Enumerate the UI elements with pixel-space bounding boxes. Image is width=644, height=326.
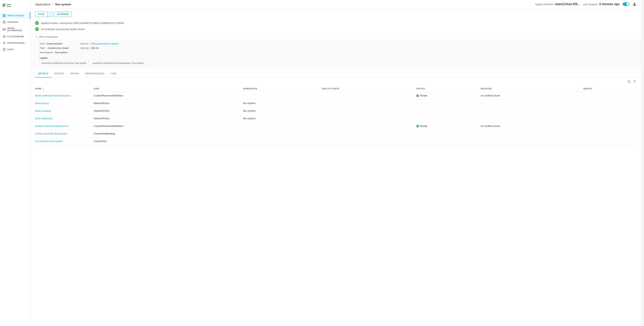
breadcrumb: Applications > flux-system <box>35 3 71 6</box>
sidebar-item-sources[interactable]: SOURCES <box>0 19 30 25</box>
status-row-2: All workloads are passing health checks <box>35 26 636 32</box>
row-kind: ClusterRoleBinding <box>92 130 242 138</box>
row-namespace: flux-system <box>242 115 320 122</box>
status-badge: Ready <box>416 94 478 97</box>
last-updated-value: 3 minutes ago <box>599 2 620 6</box>
row-images: - <box>582 100 636 107</box>
toggle-dots: ⋮ <box>642 162 644 164</box>
row-name-link[interactable]: allow-egress <box>35 102 49 105</box>
sidebar-item-notifications[interactable]: NOTIFICATIONS <box>0 40 30 46</box>
row-name-link[interactable]: crd-controller-flux-system <box>35 140 63 143</box>
search-icon[interactable] <box>627 80 631 83</box>
info-kind: Kind: Kustomization <box>40 42 69 45</box>
row-status: - <box>415 138 479 145</box>
row-kind: NetworkPolicy <box>92 115 242 122</box>
row-status: - <box>415 100 479 107</box>
more-info-toggle[interactable]: More Information <box>30 34 641 40</box>
row-message: no conflicts found <box>479 92 582 100</box>
logo-area: weave gitops <box>0 0 30 11</box>
svg-text:gitops: gitops <box>7 5 11 7</box>
svg-rect-7 <box>3 16 4 17</box>
tab-dependencies[interactable]: DEPENDENCIES <box>82 70 108 78</box>
row-health-check: - <box>320 92 415 100</box>
status-dot <box>416 94 419 97</box>
row-health-check: - <box>320 138 415 145</box>
info-col-right: Source: GitRepository/flux-system Interv… <box>80 42 119 54</box>
row-message: - <box>479 107 582 115</box>
tab-events[interactable]: EVENTS <box>52 70 67 78</box>
namespace-label: Namespace: <box>40 51 54 54</box>
sidebar-item-docs[interactable]: DOCS <box>0 46 30 53</box>
applied-revision: Applied Revision: main@sha1:f29... <box>535 2 580 6</box>
breadcrumb-separator: > <box>52 3 54 6</box>
tab-yaml[interactable]: YAML <box>108 70 120 78</box>
tab-details[interactable]: DETAILS <box>35 70 52 78</box>
row-namespace: - <box>242 130 320 138</box>
flux-icon <box>3 35 6 38</box>
sidebar-item-applications[interactable]: APPLICATIONS <box>0 12 30 19</box>
sidebar: weave gitops APPLICATIONS SOURCES <box>0 0 30 326</box>
toggle-track[interactable] <box>623 2 630 6</box>
row-images: - <box>582 122 636 130</box>
row-name-link[interactable]: allow-webhooks <box>35 117 53 120</box>
sync-button[interactable]: SYNC <box>35 11 48 17</box>
row-name-link[interactable]: cluster-reconciler-flux-system <box>35 132 67 135</box>
tab-graph[interactable]: GRAPH <box>67 70 82 78</box>
info-col-left: Kind: Kustomization Path: ./clusters/my-… <box>40 42 69 54</box>
svg-point-20 <box>634 3 635 4</box>
label-tag-1: kustomize.toolkit.fluxcd.io/namespace: f… <box>90 61 146 65</box>
info-grid: Kind: Kustomization Path: ./clusters/my-… <box>40 42 636 54</box>
row-name-link[interactable]: buckets.source.toolkit.fluxcd.io <box>35 125 68 128</box>
row-namespace: flux-system <box>242 100 320 107</box>
sidebar-item-flux-runtime[interactable]: FLUX RUNTIME <box>0 33 30 40</box>
th-namespace: NAMESPACE <box>242 86 320 92</box>
row-namespace: flux-system <box>242 107 320 115</box>
sidebar-item-label: SOURCES <box>7 21 18 23</box>
row-images: - <box>582 138 636 145</box>
th-images: IMAGES <box>582 86 636 92</box>
page-header: Applications > flux-system Applied Revis… <box>30 0 641 8</box>
row-status: Ready <box>415 92 479 100</box>
source-link[interactable]: GitRepository/flux-system <box>90 42 119 45</box>
th-kind: KIND <box>92 86 242 92</box>
row-health-check: - <box>320 122 415 130</box>
svg-rect-5 <box>3 14 4 15</box>
user-icon[interactable] <box>632 2 636 6</box>
breadcrumb-applications[interactable]: Applications <box>35 3 50 6</box>
interval-label: Interval: <box>80 47 89 49</box>
path-value: ./clusters/my-cluster <box>47 47 69 49</box>
row-status: - <box>415 130 479 138</box>
sidebar-item-image-automation[interactable]: IMAGE AUTOMATION <box>0 25 30 33</box>
row-kind: ClusterRole <box>92 138 242 145</box>
row-message: no conflicts found <box>479 122 582 130</box>
row-name-link[interactable]: alerts.notification.toolkit.fluxcd.io <box>35 94 70 97</box>
more-info-label: More Information <box>39 35 58 38</box>
row-namespace: - <box>242 122 320 130</box>
filter-icon[interactable] <box>633 80 636 83</box>
breadcrumb-current: flux-system <box>55 3 71 6</box>
row-message: - <box>479 100 582 107</box>
table-area: NAME KIND NAMESPACE HEALTH CHECK STATUS … <box>30 78 641 145</box>
toggle-switch[interactable] <box>623 2 630 6</box>
info-interval: Interval: 10m 0s <box>80 47 119 49</box>
sidebar-item-label: DOCS <box>7 48 14 51</box>
row-status: - <box>415 115 479 122</box>
row-namespace: - <box>242 92 320 100</box>
right-panel-toggle[interactable]: ⋮ <box>641 0 644 326</box>
row-name-link[interactable]: allow-scraping <box>35 109 51 112</box>
th-status: STATUS <box>415 86 479 92</box>
grid-icon <box>3 14 6 17</box>
labels-section: Labels kustomize.toolkit.fluxcd.io/name:… <box>40 56 636 65</box>
svg-point-15 <box>4 36 4 37</box>
info-source: Source: GitRepository/flux-system <box>80 42 119 45</box>
th-name[interactable]: NAME <box>35 86 92 92</box>
resources-table: NAME KIND NAMESPACE HEALTH CHECK STATUS … <box>35 86 636 145</box>
status-row-1: Applied revision: main@sha1:f29b11efe5f9… <box>35 20 636 26</box>
sidebar-item-label: NOTIFICATIONS <box>7 42 24 44</box>
suspend-button[interactable]: SUSPEND <box>54 11 72 17</box>
info-path: Path: ./clusters/my-cluster <box>40 47 69 49</box>
table-body: alerts.notification.toolkit.fluxcd.ioCus… <box>35 92 636 145</box>
sync-dropdown-button[interactable] <box>48 12 52 16</box>
kind-label: Kind: <box>40 42 45 45</box>
table-row: buckets.source.toolkit.fluxcd.ioCustomRe… <box>35 122 636 130</box>
